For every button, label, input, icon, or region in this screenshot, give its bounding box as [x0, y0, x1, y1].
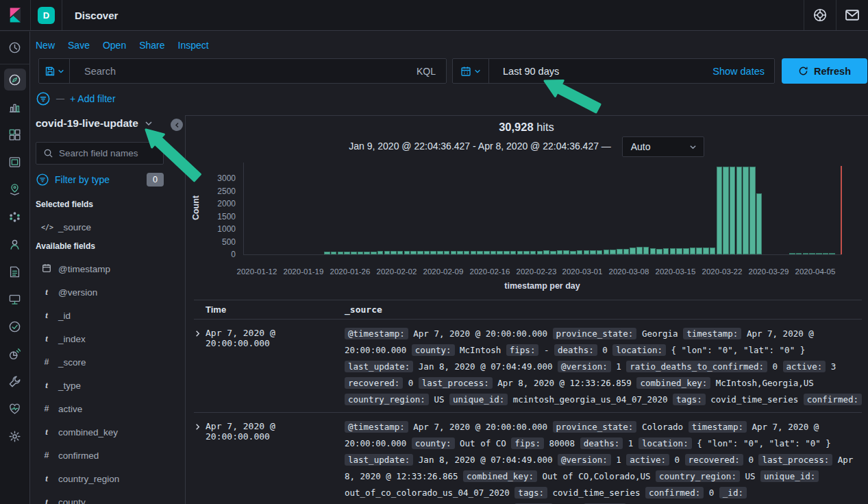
rail-item-dev-tools[interactable]: [0, 368, 30, 395]
x-tick-2020-04-05: 2020-04-05: [784, 267, 846, 276]
number-field-icon: #: [41, 451, 52, 460]
add-filter-button[interactable]: + Add filter: [70, 93, 116, 104]
field-item-confirmed[interactable]: #confirmed: [41, 444, 119, 467]
y-tick-2500: 2500: [195, 187, 236, 196]
rail-item-uptime[interactable]: [0, 313, 30, 340]
rail-item-discover[interactable]: [0, 66, 30, 93]
rail-item-stack-monitoring[interactable]: [0, 395, 30, 422]
app-navigation-rail: [0, 32, 30, 504]
rail-item-machine-learning[interactable]: [0, 203, 30, 230]
hits-line: 30,928 hits: [185, 121, 868, 134]
histogram-bar-2020-02-27: [563, 250, 569, 254]
expand-row-button[interactable]: [194, 320, 206, 412]
source-field-name: fips:: [511, 437, 544, 449]
current-time-marker: [841, 166, 842, 254]
menu-item-share[interactable]: Share: [139, 40, 164, 51]
source-field-value: McIntosh: [455, 345, 506, 355]
rail-item-graph[interactable]: [0, 230, 30, 258]
field-item-_score[interactable]: #_score: [41, 350, 119, 374]
column-header-source[interactable]: _source: [345, 304, 382, 315]
query-bar[interactable]: Search KQL: [38, 58, 447, 84]
source-field-name: ratio_deaths_to_confirmed:: [626, 361, 767, 372]
interval-select[interactable]: Auto: [622, 136, 704, 157]
column-header-time[interactable]: Time: [194, 304, 345, 315]
kibana-logo[interactable]: [0, 0, 31, 30]
source-field-name: deaths:: [580, 437, 623, 449]
rail-item-management[interactable]: [0, 422, 30, 450]
source-field-value: { "lon": "0", "lat": "0" }: [666, 345, 805, 355]
calendar-icon: [460, 66, 471, 77]
rail-item-recently-viewed[interactable]: [0, 32, 30, 64]
histogram-bar-2020-03-02: [590, 250, 596, 254]
histogram-bar-2020-02-04: [410, 251, 417, 254]
field-item-_source[interactable]: </>_source: [41, 215, 91, 239]
y-tick-2000: 2000: [195, 199, 236, 208]
help-button[interactable]: [804, 0, 836, 30]
field-item-_index[interactable]: t_index: [41, 327, 119, 350]
canvas-icon: [4, 151, 26, 173]
collapse-sidebar-button[interactable]: [171, 119, 183, 131]
source-field-value: 3: [345, 411, 350, 413]
time-range-text: Jan 9, 2020 @ 22:04:36.427 - Apr 8, 2020…: [349, 141, 611, 152]
time-range-value[interactable]: Last 90 days: [489, 66, 559, 77]
histogram-bar-2020-03-24: [736, 167, 743, 254]
source-field-name: location:: [612, 344, 666, 356]
logs-icon: [4, 261, 26, 283]
field-search-input[interactable]: Search field names: [36, 142, 164, 165]
kql-toggle[interactable]: KQL: [417, 66, 446, 77]
source-field-value: 0: [669, 455, 685, 465]
rail-item-canvas[interactable]: [0, 148, 30, 176]
field-item-@timestamp[interactable]: @timestamp: [41, 257, 119, 280]
source-field-value: Jan 8, 2020 @ 07:04:49.000: [413, 361, 558, 372]
saved-query-menu-button[interactable]: [39, 59, 70, 83]
source-field-value: Out of CO: [455, 438, 512, 448]
newsfeed-button[interactable]: [836, 0, 868, 30]
histogram-bar-2020-02-25: [550, 251, 556, 255]
rail-item-metrics[interactable]: [0, 285, 30, 313]
field-item-combined_key[interactable]: tcombined_key: [41, 420, 119, 444]
field-item-active[interactable]: #active: [41, 397, 119, 420]
x-axis-title: timestamp per day: [243, 281, 841, 291]
source-field-value: 80008: [544, 438, 580, 448]
histogram-bar-2020-04-05: [816, 253, 822, 254]
field-item-_type[interactable]: t_type: [41, 374, 119, 397]
menu-item-open[interactable]: Open: [103, 40, 126, 51]
menu-item-new[interactable]: New: [36, 40, 55, 51]
kibana-logo-icon: [6, 6, 24, 24]
rail-item-apm[interactable]: [0, 340, 30, 368]
chevron-down-icon: [145, 119, 153, 128]
filter-by-type-button[interactable]: Filter by type 0: [36, 171, 164, 189]
histogram-bar-2020-02-16: [491, 251, 497, 254]
rail-item-logs[interactable]: [0, 258, 30, 285]
field-item-country_region[interactable]: tcountry_region: [41, 467, 119, 490]
histogram-bar-2020-03-17: [690, 248, 696, 254]
refresh-button[interactable]: Refresh: [782, 58, 867, 84]
index-pattern-selector[interactable]: covid-19-live-update: [36, 117, 153, 130]
row-timestamp: Apr 7, 2020 @ 20:00:00.000: [206, 320, 345, 412]
field-item-@version[interactable]: t@version: [41, 280, 119, 304]
field-item-county[interactable]: tcounty: [41, 490, 119, 504]
filter-icon[interactable]: [36, 91, 51, 106]
source-field-name: @timestamp:: [345, 421, 408, 433]
source-field-name: tags:: [514, 487, 547, 499]
menu-item-inspect[interactable]: Inspect: [178, 40, 209, 51]
histogram-plot[interactable]: [243, 163, 841, 255]
string-field-icon: t: [41, 497, 52, 504]
menu-item-save[interactable]: Save: [68, 40, 90, 51]
selected-fields-heading: Selected fields: [36, 200, 93, 209]
rail-item-visualize[interactable]: [0, 93, 30, 121]
doc-table-row[interactable]: Apr 7, 2020 @ 20:00:00.000@timestamp: Ap…: [194, 320, 862, 413]
expand-row-button[interactable]: [194, 413, 206, 504]
source-field-name: province_state:: [553, 328, 637, 339]
histogram-bar-2020-02-03: [404, 251, 410, 254]
show-dates-button[interactable]: Show dates: [712, 66, 774, 77]
histogram-bar-2020-02-17: [497, 251, 503, 254]
histogram-bar-2020-04-01: [789, 253, 795, 254]
search-input[interactable]: Search: [70, 66, 417, 77]
quick-select-menu-button[interactable]: [453, 59, 489, 83]
rail-item-maps[interactable]: [0, 176, 30, 203]
doc-table-row[interactable]: Apr 7, 2020 @ 20:00:00.000@timestamp: Ap…: [194, 413, 862, 504]
rail-item-dashboard[interactable]: [0, 121, 30, 148]
source-field-name: country_region:: [345, 394, 429, 405]
field-item-_id[interactable]: t_id: [41, 304, 119, 327]
